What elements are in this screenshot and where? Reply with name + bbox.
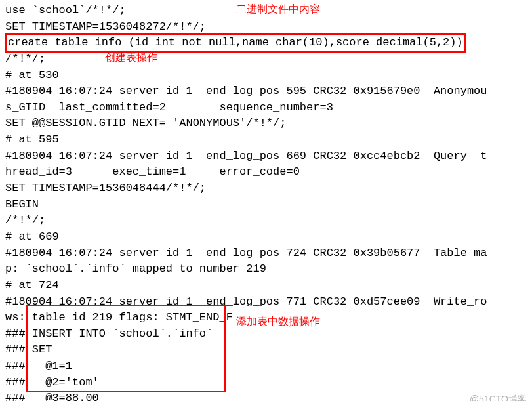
annotation-insert-op: 添加表中数据操作 (236, 314, 320, 329)
log-line: #180904 16:07:24 server id 1 end_log_pos… (5, 83, 527, 100)
log-line: #180904 16:07:24 server id 1 end_log_pos… (5, 148, 527, 165)
log-line: # at 595 (5, 132, 527, 148)
log-line: # at 530 (5, 68, 527, 84)
annotation-create-op: 创建表操作 (105, 50, 157, 65)
log-line: /*!*/; (5, 213, 527, 229)
log-line-create-table: create table info (id int not null,name … (5, 35, 527, 51)
log-line: ### @1=1 (5, 358, 527, 375)
log-line: BEGIN (5, 197, 527, 213)
log-line: ### @3=88.00 (5, 390, 527, 401)
log-line: p: `school`.`info` mapped to number 219 (5, 261, 527, 278)
log-line: /*!*/; (5, 51, 527, 68)
log-line: s_GTID last_committed=2 sequence_number=… (5, 100, 527, 116)
log-line: #180904 16:07:24 server id 1 end_log_pos… (5, 245, 527, 262)
log-line: #180904 16:07:24 server id 1 end_log_pos… (5, 294, 527, 310)
log-line: SET @@SESSION.GTID_NEXT= 'ANONYMOUS'/*!*… (5, 116, 527, 132)
watermark: @51CTO博客 (470, 392, 527, 401)
log-line: # at 724 (5, 278, 527, 294)
log-line: hread_id=3 exec_time=1 error_code=0 (5, 164, 527, 180)
highlight-create-table: create table info (id int not null,name … (5, 33, 466, 53)
log-line: # at 669 (5, 229, 527, 245)
log-line: SET TIMESTAMP=1536048444/*!*/; (5, 180, 527, 197)
log-line: ### SET (5, 342, 527, 358)
log-line: ### @2='tom' (5, 375, 527, 391)
annotation-binary-content: 二进制文件中内容 (236, 1, 320, 16)
log-line: SET TIMESTAMP=1536048272/*!*/; (5, 19, 527, 35)
